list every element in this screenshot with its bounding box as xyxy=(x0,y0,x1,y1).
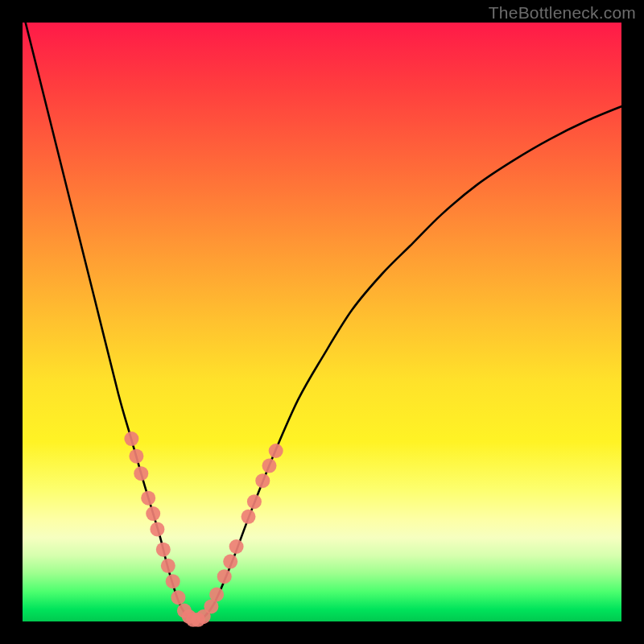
data-dot xyxy=(209,588,224,602)
curve-layer xyxy=(26,23,621,621)
data-dot xyxy=(242,510,256,524)
data-dot xyxy=(156,543,171,557)
data-dot xyxy=(171,590,185,605)
data-dot xyxy=(146,506,160,521)
data-dot xyxy=(217,569,232,584)
data-dot xyxy=(141,491,155,506)
data-dot xyxy=(129,449,143,464)
data-dot xyxy=(161,559,175,573)
data-dot xyxy=(229,539,244,554)
bottleneck-curve xyxy=(26,23,621,621)
chart-svg xyxy=(23,23,621,621)
data-dot xyxy=(262,459,277,473)
data-dots xyxy=(124,431,283,627)
plot-area xyxy=(23,23,621,621)
data-dot xyxy=(269,444,283,458)
data-dot xyxy=(134,466,148,481)
data-dot xyxy=(223,555,237,569)
outer-frame: TheBottleneck.com xyxy=(0,0,644,644)
data-dot xyxy=(255,473,270,488)
data-dot xyxy=(247,494,262,509)
data-dot xyxy=(124,431,138,446)
data-dot xyxy=(166,574,180,588)
data-dot xyxy=(150,522,164,536)
watermark-text: TheBottleneck.com xyxy=(489,3,636,23)
